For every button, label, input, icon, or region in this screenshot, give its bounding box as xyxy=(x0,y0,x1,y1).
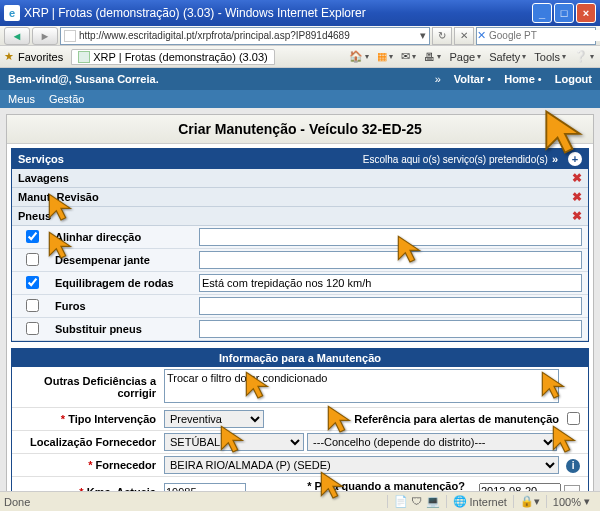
lbl-furos: Furos xyxy=(52,297,197,315)
data-input[interactable] xyxy=(479,483,561,491)
chk-substituir[interactable] xyxy=(26,322,39,335)
note-desempenar[interactable] xyxy=(199,251,582,269)
search-box[interactable]: ✕ 🔍 xyxy=(476,27,596,45)
menu-meus[interactable]: Meus xyxy=(8,93,35,105)
protected-mode: 🔒▾ xyxy=(513,495,546,508)
page-title: Criar Manutenção - Veículo 32-ED-25 xyxy=(7,115,593,144)
lbl-forn: Fornecedor xyxy=(95,459,156,471)
search-provider-icon: ✕ xyxy=(477,29,486,42)
services-instruction: Escolha aqui o(s) serviço(s) pretendido(… xyxy=(363,154,548,165)
services-header: Serviços xyxy=(18,153,363,165)
concelho-select[interactable]: ---Concelho (depende do distrito)--- xyxy=(307,433,557,451)
lbl-tipo: Tipo Intervenção xyxy=(68,413,156,425)
chk-furos[interactable] xyxy=(26,299,39,312)
home-button[interactable]: 🏠▾ xyxy=(347,48,371,65)
page-menu[interactable]: Page▾ xyxy=(447,49,483,65)
globe-icon: 🌐 xyxy=(453,495,467,508)
lbl-desempenar: Desempenar jante xyxy=(52,251,197,269)
kms-input[interactable] xyxy=(164,483,246,491)
outras-textarea[interactable]: Trocar o filtro do ar condicionado xyxy=(164,369,559,403)
close-button[interactable]: × xyxy=(576,3,596,23)
tab-icon xyxy=(78,51,90,63)
tab-title: XRP | Frotas (demonstração) (3.03) xyxy=(93,51,267,63)
delete-pneus-button[interactable]: ✖ xyxy=(572,210,582,222)
status-text: Done xyxy=(4,496,387,508)
zoom-level[interactable]: 100% xyxy=(553,496,581,508)
lbl-alinhar: Alinhar direcção xyxy=(52,228,197,246)
addr-dropdown-icon[interactable]: ▾ xyxy=(420,29,426,42)
mail-button[interactable]: ✉▾ xyxy=(399,48,418,65)
browser-tab[interactable]: XRP | Frotas (demonstração) (3.03) xyxy=(71,49,274,65)
chk-equilibragem[interactable] xyxy=(26,276,39,289)
minimize-button[interactable]: _ xyxy=(532,3,552,23)
tools-menu[interactable]: Tools▾ xyxy=(532,49,568,65)
add-service-button[interactable]: + xyxy=(568,152,582,166)
fornecedor-info-icon[interactable]: i xyxy=(566,459,580,473)
nav-sep: • xyxy=(487,73,491,85)
note-substituir[interactable] xyxy=(199,320,582,338)
safety-menu[interactable]: Safety▾ xyxy=(487,49,528,65)
distrito-select[interactable]: SETÚBAL xyxy=(164,433,304,451)
back-button[interactable]: ◄ xyxy=(4,27,30,45)
menu-gestao[interactable]: Gestão xyxy=(49,93,84,105)
chk-alinhar[interactable] xyxy=(26,230,39,243)
status-internet: Internet xyxy=(470,496,507,508)
ref-checkbox[interactable] xyxy=(567,412,580,425)
home-link[interactable]: Home xyxy=(504,73,535,85)
lbl-quando: Para quando a manutenção? xyxy=(315,480,465,491)
tipo-select[interactable]: Preventiva xyxy=(164,410,264,428)
ie-icon: e xyxy=(4,5,20,21)
stop-button[interactable]: ✕ xyxy=(454,27,474,45)
arrow-right-icon: » xyxy=(552,153,558,165)
maximize-button[interactable]: □ xyxy=(554,3,574,23)
window-title: XRP | Frotas (demonstração) (3.03) - Win… xyxy=(24,6,532,20)
lbl-ref: Referência para alertas de manutenção xyxy=(354,413,559,425)
category-revisao: Manut. Revisão ✖ xyxy=(12,188,588,207)
chk-desempenar[interactable] xyxy=(26,253,39,266)
nav-sep: • xyxy=(538,73,542,85)
lbl-loc: Localização Fornecedor xyxy=(30,436,156,448)
lbl-outras: Outras Deficiências a corrigir xyxy=(12,372,162,402)
page-icon xyxy=(64,30,76,42)
info-header: Informação para a Manutenção xyxy=(12,349,588,367)
address-bar[interactable]: ▾ xyxy=(60,27,430,45)
nav-sep: » xyxy=(435,73,441,85)
help-button[interactable]: ❔▾ xyxy=(572,48,596,65)
print-button[interactable]: 🖶▾ xyxy=(422,49,443,65)
lbl-substituir: Substituir pneus xyxy=(52,320,197,338)
feeds-button[interactable]: ▦▾ xyxy=(375,48,395,65)
favorites-star-icon[interactable]: ★ xyxy=(4,50,14,63)
favorites-label[interactable]: Favorites xyxy=(18,51,63,63)
url-input[interactable] xyxy=(79,30,420,41)
note-furos[interactable] xyxy=(199,297,582,315)
forward-button[interactable]: ► xyxy=(32,27,58,45)
delete-revisao-button[interactable]: ✖ xyxy=(572,191,582,203)
category-pneus: Pneus ✖ xyxy=(12,207,588,226)
delete-lavagens-button[interactable]: ✖ xyxy=(572,172,582,184)
category-lavagens: Lavagens ✖ xyxy=(12,169,588,188)
logout-link[interactable]: Logout xyxy=(555,73,592,85)
note-equilibragem[interactable] xyxy=(199,274,582,292)
back-link[interactable]: Voltar xyxy=(454,73,484,85)
welcome-text: Bem-vind@, Susana Correia. xyxy=(8,73,435,85)
note-alinhar[interactable] xyxy=(199,228,582,246)
search-input[interactable] xyxy=(486,30,600,41)
status-icons: 📄 🛡 💻 xyxy=(387,495,445,508)
refresh-button[interactable]: ↻ xyxy=(432,27,452,45)
fornecedor-select[interactable]: BEIRA RIO/ALMADA (P) (SEDE) xyxy=(164,456,559,474)
lbl-equilibragem: Equilibragem de rodas xyxy=(52,274,197,292)
